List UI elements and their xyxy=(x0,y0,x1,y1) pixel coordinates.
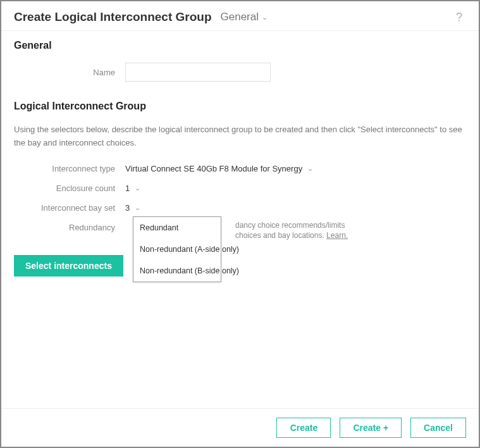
header-left: Create Logical Interconnect Group Genera… xyxy=(14,10,268,24)
chevron-down-icon: ⌄ xyxy=(262,13,268,22)
lig-description: Using the selectors below, describe the … xyxy=(14,123,466,150)
name-label: Name xyxy=(14,68,125,77)
name-row: Name xyxy=(14,63,466,82)
redundancy-option-nonredundant-a[interactable]: Non-redundant (A-side only) xyxy=(133,239,221,260)
bay-set-value: 3 xyxy=(125,203,130,213)
redundancy-hint: dancy choice recommends/limits choices a… xyxy=(235,220,348,242)
interconnect-type-value: Virtual Connect SE 40Gb F8 Module for Sy… xyxy=(125,164,302,173)
create-plus-button[interactable]: Create + xyxy=(340,418,402,438)
help-icon[interactable]: ? xyxy=(456,11,466,24)
name-input[interactable] xyxy=(125,63,271,82)
redundancy-option-redundant[interactable]: Redundant xyxy=(133,217,221,239)
section-selector-label: General xyxy=(221,11,259,23)
chevron-down-icon: ⌄ xyxy=(135,204,140,212)
redundancy-label: Redundancy xyxy=(14,223,125,232)
chevron-down-icon: ⌄ xyxy=(307,165,313,173)
enclosure-count-label: Enclosure count xyxy=(14,184,125,193)
cancel-button[interactable]: Cancel xyxy=(410,418,466,438)
dialog-title: Create Logical Interconnect Group xyxy=(14,10,212,24)
enclosure-count-row: Enclosure count 1 ⌄ xyxy=(14,184,466,193)
redundancy-dropdown[interactable]: Redundant Non-redundant (A-side only) No… xyxy=(133,216,221,282)
redundancy-row: Redundancy dancy choice recommends/limit… xyxy=(14,223,466,232)
section-selector[interactable]: General ⌄ xyxy=(221,11,268,23)
create-button[interactable]: Create xyxy=(276,418,331,438)
dialog-header: Create Logical Interconnect Group Genera… xyxy=(1,1,479,31)
interconnect-type-label: Interconnect type xyxy=(14,164,125,173)
redundancy-hint-line1: dancy choice recommends/limits xyxy=(235,221,345,230)
bay-set-row: Interconnect bay set 3 ⌄ xyxy=(14,203,466,213)
general-heading: General xyxy=(14,40,466,51)
dialog-content: General Name Logical Interconnect Group … xyxy=(1,31,479,283)
redundancy-learn-link[interactable]: Learn. xyxy=(326,231,348,240)
dialog-footer: Create Create + Cancel xyxy=(1,408,479,447)
bay-set-select[interactable]: 3 ⌄ xyxy=(125,203,140,213)
interconnect-type-select[interactable]: Virtual Connect SE 40Gb F8 Module for Sy… xyxy=(125,164,313,173)
interconnect-type-row: Interconnect type Virtual Connect SE 40G… xyxy=(14,164,466,173)
redundancy-hint-line2: choices and bay locations. xyxy=(235,231,324,240)
chevron-down-icon: ⌄ xyxy=(135,184,140,192)
select-interconnects-button[interactable]: Select interconnects xyxy=(14,255,123,277)
redundancy-option-nonredundant-b[interactable]: Non-redundant (B-side only) xyxy=(133,260,221,282)
bay-set-label: Interconnect bay set xyxy=(14,203,125,213)
enclosure-count-select[interactable]: 1 ⌄ xyxy=(125,184,140,193)
enclosure-count-value: 1 xyxy=(125,184,130,193)
lig-heading: Logical Interconnect Group xyxy=(14,101,466,112)
